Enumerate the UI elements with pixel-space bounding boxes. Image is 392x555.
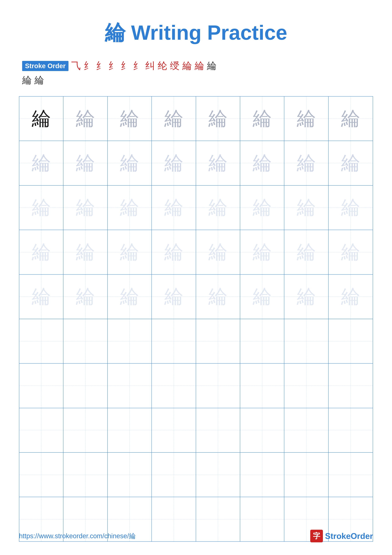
footer-logo: 字 StrokeOrder (310, 530, 373, 542)
grid-cell-9-7 (284, 453, 328, 497)
stroke-1: ⺄ (71, 59, 81, 72)
grid-cell-8-3 (108, 408, 152, 452)
stroke-order-row: Stroke Order ⺄ 纟 纟 纟 纟 纟 纠 纶 绶 綸 綸 綸 (22, 59, 370, 72)
grid-cell-4-8: 綸 (328, 230, 373, 274)
grid-row-8 (19, 408, 373, 453)
grid-cell-8-2 (64, 408, 107, 452)
title-chinese-char: 綸 (105, 21, 125, 44)
grid-cell-9-1 (19, 453, 64, 497)
grid-row-1: 綸 綸 綸 綸 綸 綸 綸 綸 (19, 96, 373, 141)
grid-cell-8-8 (328, 408, 373, 452)
grid-cell-3-3: 綸 (108, 186, 152, 230)
grid-cell-7-4 (152, 364, 196, 408)
grid-cell-9-6 (240, 453, 284, 497)
practice-char-med: 綸 (120, 109, 139, 128)
practice-char-med: 綸 (297, 109, 316, 128)
grid-cell-6-7 (284, 319, 328, 363)
stroke-7: 纠 (145, 59, 155, 72)
grid-cell-8-5 (196, 408, 240, 452)
practice-char-vlight: 綸 (297, 287, 316, 306)
practice-char-vlight: 綸 (208, 198, 227, 217)
grid-cell-1-5: 綸 (196, 96, 240, 141)
grid-row-7 (19, 364, 373, 408)
grid-cell-6-5 (196, 319, 240, 363)
grid-cell-4-6: 綸 (240, 230, 284, 274)
practice-char-vlight: 綸 (32, 243, 51, 262)
practice-char-vlight: 綸 (120, 198, 139, 217)
practice-char-vlight: 綸 (164, 243, 183, 262)
practice-char-light: 綸 (32, 154, 51, 173)
grid-cell-5-2: 綸 (64, 275, 107, 319)
stroke-8: 纶 (158, 59, 167, 72)
grid-cell-1-6: 綸 (240, 96, 284, 141)
stroke-13: 綸 (22, 74, 32, 87)
grid-cell-2-4: 綸 (152, 141, 196, 185)
practice-char-light: 綸 (297, 154, 316, 173)
practice-char-vlight: 綸 (120, 287, 139, 306)
grid-cell-2-3: 綸 (108, 141, 152, 185)
grid-cell-2-1: 綸 (19, 141, 64, 185)
footer-url[interactable]: https://www.strokeorder.com/chinese/綸 (19, 532, 136, 540)
stroke-5: 纟 (121, 59, 130, 72)
grid-cell-5-8: 綸 (328, 275, 373, 319)
practice-char-vlight: 綸 (297, 243, 316, 262)
grid-cell-8-4 (152, 408, 196, 452)
grid-cell-8-6 (240, 408, 284, 452)
grid-cell-1-7: 綸 (284, 96, 328, 141)
grid-cell-8-7 (284, 408, 328, 452)
grid-cell-4-3: 綸 (108, 230, 152, 274)
logo-icon: 字 (310, 530, 323, 542)
grid-cell-4-7: 綸 (284, 230, 328, 274)
grid-cell-3-1: 綸 (19, 186, 64, 230)
grid-cell-4-2: 綸 (64, 230, 107, 274)
grid-cell-3-4: 綸 (152, 186, 196, 230)
practice-char-vlight: 綸 (164, 198, 183, 217)
grid-cell-4-5: 綸 (196, 230, 240, 274)
grid-cell-6-8 (328, 319, 373, 363)
practice-char-med: 綸 (164, 109, 183, 128)
grid-cell-5-6: 綸 (240, 275, 284, 319)
grid-cell-9-2 (64, 453, 107, 497)
practice-char-vlight: 綸 (76, 198, 95, 217)
practice-char-vlight: 綸 (297, 198, 316, 217)
stroke-2: 纟 (84, 59, 93, 72)
grid-cell-4-4: 綸 (152, 230, 196, 274)
practice-grid: 綸 綸 綸 綸 綸 綸 綸 綸 (19, 96, 373, 542)
stroke-6: 纟 (133, 59, 143, 72)
grid-cell-2-2: 綸 (64, 141, 107, 185)
grid-cell-1-3: 綸 (108, 96, 152, 141)
practice-char-vlight: 綸 (76, 287, 95, 306)
logo-char: 字 (313, 531, 320, 541)
stroke-9: 绶 (170, 59, 179, 72)
practice-char-vlight: 綸 (32, 198, 51, 217)
title-english: Writing Practice (125, 21, 287, 44)
logo-order: Order (350, 531, 373, 540)
grid-row-6 (19, 319, 373, 364)
logo-text: StrokeOrder (325, 531, 373, 541)
practice-char-vlight: 綸 (164, 287, 183, 306)
stroke-4: 纟 (108, 59, 118, 72)
practice-char-med: 綸 (341, 109, 360, 128)
practice-char-vlight: 綸 (32, 287, 51, 306)
practice-char-light: 綸 (164, 154, 183, 173)
grid-row-2: 綸 綸 綸 綸 綸 綸 綸 綸 (19, 141, 373, 185)
grid-cell-7-8 (328, 364, 373, 408)
grid-cell-6-1 (19, 319, 64, 363)
practice-char-vlight: 綸 (253, 198, 272, 217)
grid-cell-2-7: 綸 (284, 141, 328, 185)
stroke-12: 綸 (207, 59, 216, 72)
grid-row-5: 綸 綸 綸 綸 綸 綸 綸 綸 (19, 275, 373, 319)
stroke-10: 綸 (182, 59, 192, 72)
practice-char-vlight: 綸 (208, 243, 227, 262)
grid-cell-3-6: 綸 (240, 186, 284, 230)
grid-cell-3-8: 綸 (328, 186, 373, 230)
stroke-14: 綸 (35, 74, 44, 87)
grid-cell-9-5 (196, 453, 240, 497)
stroke-order-section: Stroke Order ⺄ 纟 纟 纟 纟 纟 纠 纶 绶 綸 綸 綸 綸 綸 (19, 59, 373, 87)
grid-cell-6-4 (152, 319, 196, 363)
grid-cell-7-6 (240, 364, 284, 408)
practice-char-light: 綸 (76, 154, 95, 173)
grid-cell-2-6: 綸 (240, 141, 284, 185)
practice-char-vlight: 綸 (341, 198, 360, 217)
grid-cell-5-7: 綸 (284, 275, 328, 319)
